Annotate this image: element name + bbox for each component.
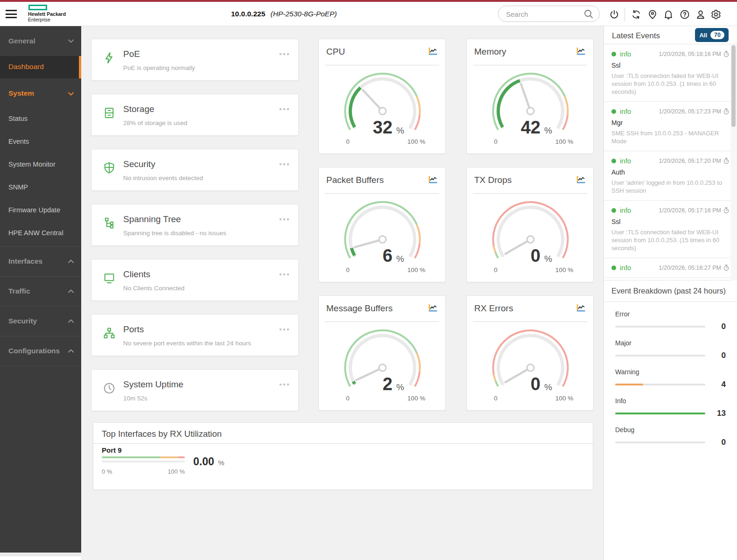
events-panel: Latest Events All 70 info 1/20/2026, 05:… xyxy=(604,26,737,560)
gauge-title: TX Drops xyxy=(474,175,512,185)
brand-line2: Enterprise xyxy=(28,17,66,22)
power-icon[interactable] xyxy=(609,9,619,20)
location-icon[interactable] xyxy=(647,9,658,20)
card-menu-icon[interactable] xyxy=(280,163,289,165)
sidebar-item-system-monitor[interactable]: System Monitor xyxy=(0,154,81,177)
gauge-title: RX Errors xyxy=(474,303,513,313)
status-card-clients: Clients No Clients Connected xyxy=(91,259,299,301)
breakdown-row-error: Error 0 xyxy=(615,310,726,331)
event-list-item[interactable]: info 1/20/2026, 05:17:20 PM AuthUser 'ad… xyxy=(604,151,737,201)
event-list-item[interactable]: info 1/20/2026, 05:16:27 PM xyxy=(604,258,737,278)
value-number: 0.00 xyxy=(193,455,214,468)
settings-icon[interactable] xyxy=(711,9,721,20)
gauge-svg: 32%0100 % xyxy=(319,65,446,154)
help-icon[interactable] xyxy=(680,9,690,20)
svg-text:42: 42 xyxy=(521,118,540,137)
chart-line-icon[interactable] xyxy=(428,47,438,56)
breakdown-value: 0 xyxy=(710,351,726,360)
event-message: User 'admin' logged in from 10.0.0.253 t… xyxy=(611,179,730,195)
gauge-svg: 0%0100 % xyxy=(467,322,594,411)
event-breakdown-header: Event Breakdown (past 24 hours) xyxy=(604,280,737,302)
event-list-item[interactable]: info 1/20/2026, 05:17:16 PM SslUser :TLS… xyxy=(604,201,737,258)
status-card-subtitle: No intrusion events detected xyxy=(123,175,203,182)
sidebar-group-configurations[interactable]: Configurations xyxy=(0,336,81,366)
event-list-item[interactable]: info 1/20/2026, 05:18:16 PM SslUser :TLS… xyxy=(604,44,737,102)
sidebar-group-traffic[interactable]: Traffic xyxy=(0,276,81,306)
status-card-subtitle: 10m 52s xyxy=(123,395,147,402)
svg-text:%: % xyxy=(396,126,404,135)
search-input[interactable] xyxy=(506,9,581,19)
sidebar-group-label: Configurations xyxy=(8,347,60,355)
chart-line-icon[interactable] xyxy=(576,47,586,56)
gauge-title: Packet Buffers xyxy=(326,175,384,185)
svg-text:100 %: 100 % xyxy=(407,395,425,402)
event-severity: info xyxy=(620,264,631,272)
bell-icon[interactable] xyxy=(663,9,674,20)
sidebar-item-firmware-update[interactable]: Firmware Update xyxy=(0,200,81,223)
user-icon[interactable] xyxy=(695,9,706,20)
shield-icon xyxy=(103,161,116,175)
sidebar-group-system[interactable]: System xyxy=(0,86,81,103)
sidebar-item-events[interactable]: Events xyxy=(0,131,81,154)
card-menu-icon[interactable] xyxy=(280,218,289,220)
tree-icon xyxy=(103,217,116,230)
refresh-icon[interactable] xyxy=(631,9,641,20)
breakdown-bar xyxy=(615,326,705,328)
gauge-svg: 6%0100 % xyxy=(319,194,446,283)
card-menu-icon[interactable] xyxy=(280,273,289,275)
search-box[interactable] xyxy=(498,6,600,22)
chart-line-icon[interactable] xyxy=(576,303,586,312)
svg-text:32: 32 xyxy=(373,118,393,137)
event-message: User :TLS connection failed for WEB-UI s… xyxy=(611,72,730,96)
event-list-item[interactable]: info 1/20/2026, 05:17:23 PM MgrSME SSH f… xyxy=(604,102,737,151)
stopwatch-icon xyxy=(723,108,730,115)
header-icon-divider xyxy=(625,8,625,21)
sidebar-item-snmp[interactable]: SNMP xyxy=(0,177,81,200)
gauge-card-rx-errors: RX Errors 0%0100 % xyxy=(466,295,594,411)
hamburger-menu-icon[interactable] xyxy=(6,10,17,19)
device-ip: 10.0.0.225 xyxy=(231,10,265,18)
sidebar-item-dashboard[interactable]: Dashboard xyxy=(0,56,81,78)
svg-text:0: 0 xyxy=(346,266,350,273)
event-category: Mgr xyxy=(611,119,730,126)
search-icon[interactable] xyxy=(583,9,594,19)
sidebar-nav: GeneralDashboardSystemStatusEventsSystem… xyxy=(0,26,81,556)
utilization-value-bar xyxy=(102,461,185,462)
breakdown-label: Info xyxy=(615,397,726,405)
event-severity: info xyxy=(620,206,631,214)
svg-text:%: % xyxy=(396,254,404,264)
sidebar-item-label: Events xyxy=(8,138,29,145)
events-scrollbar[interactable] xyxy=(730,44,737,280)
ports-icon xyxy=(103,327,116,340)
event-timestamp: 1/20/2026, 05:16:27 PM xyxy=(659,265,721,271)
events-scrollbar-thumb[interactable] xyxy=(731,45,736,127)
chart-line-icon[interactable] xyxy=(576,175,586,184)
sidebar-group-interfaces[interactable]: Interfaces xyxy=(0,246,81,276)
status-card-title: System Uptime xyxy=(123,379,183,390)
status-card-poe: PoE PoE is operating normally xyxy=(91,39,299,81)
chart-line-icon[interactable] xyxy=(428,175,438,184)
interface-utilization-value: 0.00 % xyxy=(193,455,225,468)
card-menu-icon[interactable] xyxy=(280,53,289,55)
sidebar-item-hpe-anw-central[interactable]: HPE ANW Central xyxy=(0,223,81,245)
gauge-card-cpu: CPU 32%0100 % xyxy=(318,39,446,154)
card-menu-icon[interactable] xyxy=(280,108,289,110)
status-card-subtitle: 28% of storage is used xyxy=(123,119,187,126)
event-category: Auth xyxy=(611,168,730,176)
event-category: Ssl xyxy=(611,62,730,69)
hpe-logo: Hewlett Packard Enterprise xyxy=(28,5,66,22)
sidebar-item-status[interactable]: Status xyxy=(0,108,81,131)
chart-line-icon[interactable] xyxy=(428,303,438,312)
svg-text:6: 6 xyxy=(383,246,393,266)
breakdown-label: Debug xyxy=(615,426,726,434)
sidebar-group-general[interactable]: General xyxy=(0,35,81,48)
event-message: User :TLS connection failed for WEB-UI s… xyxy=(611,228,730,252)
sidebar-group-security[interactable]: Security xyxy=(0,306,81,336)
events-filter-button[interactable]: All 70 xyxy=(695,28,729,42)
hpe-logo-rect-icon xyxy=(28,5,47,10)
gauge-svg: 0%0100 % xyxy=(467,194,594,283)
severity-dot-icon xyxy=(611,266,616,270)
card-menu-icon[interactable] xyxy=(280,329,289,330)
chevron-up-icon xyxy=(68,259,74,263)
card-menu-icon[interactable] xyxy=(280,384,289,385)
